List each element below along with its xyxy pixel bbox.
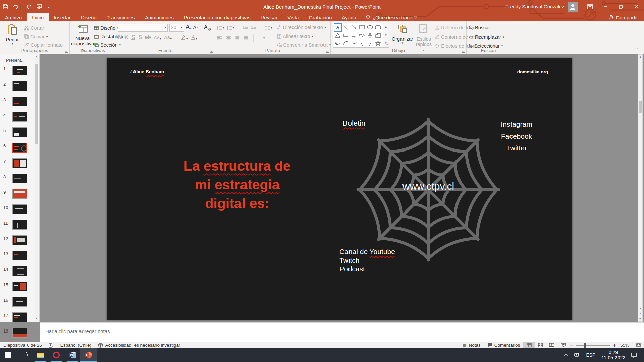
underline-button[interactable]: S bbox=[131, 34, 135, 40]
shape-down-arrow[interactable] bbox=[366, 32, 374, 39]
shape-arrow-line[interactable] bbox=[350, 24, 358, 31]
slide-thumbnail-11[interactable] bbox=[12, 220, 27, 230]
action-center-button[interactable] bbox=[628, 348, 640, 362]
bullets-button[interactable]: ▾ bbox=[217, 26, 224, 30]
slide-thumbnail-3[interactable] bbox=[12, 97, 27, 106]
new-slide-button[interactable]: Nueva diapositiva ▾ bbox=[72, 23, 93, 47]
shape-right-brace[interactable]: } bbox=[366, 39, 374, 47]
clock[interactable]: 0:29 11-05-2022 bbox=[598, 348, 628, 362]
cut-button[interactable]: Cortar bbox=[24, 24, 63, 32]
fuente-dialog-launcher[interactable] bbox=[210, 49, 213, 53]
numbering-button[interactable]: 123▾ bbox=[227, 26, 234, 30]
shape-right-arrow[interactable] bbox=[358, 32, 366, 39]
zoom-out-button[interactable]: − bbox=[569, 342, 573, 348]
zoom-level[interactable]: 55% bbox=[617, 342, 633, 348]
tab-vista[interactable]: Vista bbox=[282, 13, 304, 21]
panel-scrollbar[interactable]: ▲ ▼ bbox=[35, 54, 38, 321]
slide-thumbnail-14[interactable] bbox=[12, 266, 27, 276]
tab-ayuda[interactable]: Ayuda bbox=[337, 13, 361, 21]
close-button[interactable] bbox=[629, 0, 644, 13]
shape-rectangle[interactable] bbox=[358, 24, 366, 31]
highlight-color-button[interactable]: ▾ bbox=[181, 35, 188, 40]
minimize-button[interactable] bbox=[598, 0, 613, 13]
restore-button[interactable] bbox=[613, 0, 629, 13]
shapes-scroll-up[interactable]: ▲ bbox=[383, 23, 389, 31]
shrink-font-button[interactable]: Aˇ bbox=[193, 25, 198, 30]
tab-archivo[interactable]: Archivo bbox=[0, 13, 27, 21]
shapes-gallery[interactable]: A { bbox=[333, 23, 383, 48]
collapse-ribbon-button[interactable]: ⌃ bbox=[637, 47, 640, 52]
current-slide-canvas[interactable]: / Alice Benham domestika.org La estructu… bbox=[107, 58, 572, 320]
panel-scrollbar-thumb[interactable] bbox=[35, 64, 38, 144]
font-size-combo[interactable]: 20▾ bbox=[169, 24, 184, 32]
zoom-slider-thumb[interactable] bbox=[584, 343, 586, 348]
undo-dropdown[interactable]: ▾ bbox=[20, 5, 21, 8]
language-indicator[interactable]: Español (Chile) bbox=[57, 342, 95, 348]
task-view-button[interactable] bbox=[16, 348, 32, 362]
find-button[interactable]: Buscar bbox=[469, 24, 508, 32]
slide-thumbnail-9[interactable] bbox=[12, 189, 27, 199]
powerpoint-taskbar-button[interactable]: P bbox=[80, 348, 97, 362]
avatar[interactable] bbox=[568, 2, 578, 12]
tray-input-indicator-icon[interactable] bbox=[571, 348, 583, 362]
language-tray-indicator[interactable]: ESP bbox=[583, 348, 598, 362]
italic-button[interactable]: K bbox=[125, 34, 129, 40]
change-case-button[interactable]: Aa▾ bbox=[164, 35, 172, 40]
spellcheck-indicator[interactable] bbox=[45, 342, 57, 348]
text-direction-button[interactable]: A Dirección del texto▾ bbox=[277, 23, 331, 32]
comments-toggle-button[interactable]: Comentarios bbox=[484, 342, 524, 348]
slide-number-indicator[interactable]: Diapositiva 6 de 26 bbox=[0, 342, 45, 348]
redo-button[interactable] bbox=[26, 4, 32, 9]
next-slide-button[interactable]: ⏷ bbox=[638, 317, 642, 321]
account-user-name[interactable]: Freddy Sandoval González bbox=[505, 4, 564, 9]
slide-thumbnail-15[interactable] bbox=[12, 282, 27, 291]
shape-oval[interactable] bbox=[366, 24, 374, 31]
shape-star[interactable] bbox=[374, 39, 382, 47]
tab-diseno[interactable]: Diseño bbox=[76, 13, 102, 21]
slide-thumbnail-4[interactable] bbox=[12, 112, 27, 122]
word-taskbar-button[interactable]: W bbox=[64, 348, 80, 362]
align-left-button[interactable] bbox=[217, 36, 222, 40]
slideshow-view-button[interactable] bbox=[557, 342, 569, 348]
replace-button[interactable]: bc Reemplazar▾ bbox=[469, 33, 508, 41]
tab-presentacion[interactable]: Presentación con diapositivas bbox=[179, 13, 255, 21]
shapes-scroll-down[interactable]: ▼ bbox=[383, 31, 389, 39]
zoom-slider[interactable] bbox=[576, 345, 610, 346]
slide-sorter-view-button[interactable] bbox=[535, 342, 546, 348]
arrange-button[interactable]: Organizar ▾ bbox=[392, 23, 413, 47]
reading-view-button[interactable] bbox=[546, 342, 557, 348]
scroll-up-arrow[interactable]: ▲ bbox=[638, 55, 642, 59]
slide-thumbnail-5[interactable] bbox=[12, 127, 27, 137]
tell-me-box[interactable]: ¿Qué desea hacer? bbox=[361, 13, 422, 21]
scroll-down-arrow[interactable]: ▼ bbox=[638, 306, 642, 311]
shape-arc[interactable] bbox=[342, 39, 350, 47]
shape-textbox[interactable]: A bbox=[334, 24, 341, 31]
notes-placeholder[interactable]: Haga clic para agregar notas bbox=[45, 328, 110, 334]
opera-gx-taskbar-button[interactable] bbox=[48, 348, 64, 362]
notes-pane[interactable]: Haga clic para agregar notas bbox=[40, 322, 644, 342]
tab-insertar[interactable]: Insertar bbox=[49, 13, 76, 21]
previous-slide-button[interactable]: ⏶ bbox=[638, 312, 642, 316]
grow-font-button[interactable]: A^ bbox=[186, 24, 192, 31]
paste-button[interactable]: Pegar ▾ bbox=[2, 23, 23, 47]
shapes-more-button[interactable]: ▼̲ bbox=[383, 39, 389, 47]
slide-thumbnail-10[interactable] bbox=[12, 204, 27, 214]
fit-slide-to-window-button[interactable] bbox=[633, 342, 644, 348]
shape-curve[interactable] bbox=[350, 39, 358, 47]
parrafo-dialog-launcher[interactable] bbox=[326, 49, 329, 53]
zoom-in-button[interactable]: + bbox=[612, 342, 617, 348]
shape-triangle[interactable] bbox=[334, 32, 341, 39]
quick-styles-button[interactable]: Estilos rápidos ▾ bbox=[416, 23, 432, 47]
shape-left-brace[interactable]: { bbox=[358, 39, 366, 47]
copy-button[interactable]: Copiar ▾ bbox=[24, 33, 63, 41]
slide-thumbnail-7[interactable] bbox=[12, 158, 27, 168]
notes-toggle-button[interactable]: Notas bbox=[459, 342, 484, 348]
shape-snip-corner[interactable] bbox=[374, 32, 382, 39]
slide-thumbnail-8[interactable] bbox=[12, 174, 27, 183]
decrease-indent-button[interactable] bbox=[243, 26, 248, 30]
file-explorer-taskbar-button[interactable] bbox=[32, 348, 48, 362]
tab-inicio[interactable]: Inicio bbox=[27, 13, 49, 21]
save-button[interactable] bbox=[3, 4, 8, 10]
font-name-combo[interactable]: ▾ bbox=[118, 24, 168, 32]
align-right-button[interactable] bbox=[234, 36, 240, 40]
